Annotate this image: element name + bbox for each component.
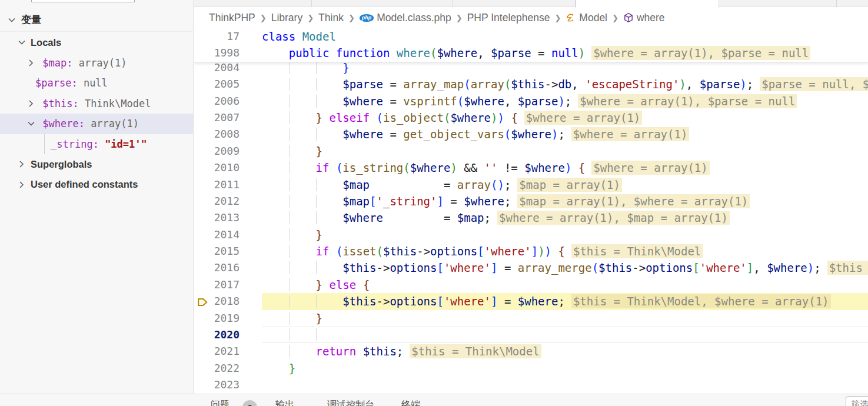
editor-tab[interactable] <box>194 0 312 7</box>
variable-row[interactable]: $where: array(1) <box>0 114 193 134</box>
editor-tab[interactable] <box>312 0 453 7</box>
code-line-2006[interactable]: 2006 $where = vsprintf($where, $parse);$… <box>194 93 868 109</box>
breadcrumb-item-php-intelephense[interactable]: PHP Intelephense <box>467 12 550 24</box>
editor-tab-strip[interactable] <box>194 0 868 7</box>
inline-debug-value: $this = Think\Model <box>410 344 541 358</box>
chevron-right-icon[interactable] <box>16 159 27 169</box>
chevron-down-icon[interactable] <box>26 118 36 129</box>
chevron-down-icon[interactable] <box>16 37 27 48</box>
class-icon <box>566 12 576 23</box>
inline-debug-value: $where = array(1), $parse = null <box>578 94 797 108</box>
code-editor[interactable]: ThinkPHP❯Library❯Think❯phpModel.class.ph… <box>194 0 868 394</box>
line-number: 2017 <box>194 277 262 293</box>
code-line-2005[interactable]: 2005 $parse = array_map(array($this->db,… <box>194 76 868 92</box>
code-line-2013[interactable]: 2013 $where = $map;$where = array(1), $m… <box>194 209 868 226</box>
variable-row[interactable]: $this: Think\Model <box>0 94 193 114</box>
vscode-debug-window: 变量 Locals $map: array(1)$parse: null $th… <box>0 0 868 406</box>
inline-debug-value: $this = Think\Model, $where = array(1) <box>827 261 868 275</box>
code-text: $where = $map;$where = array(1), $map = … <box>262 209 868 226</box>
code-line-2023[interactable]: 2023 <box>194 377 868 393</box>
code-text: if (isset($this->options['where'])) {$th… <box>262 243 868 259</box>
variable-row[interactable]: _string: "id=1'" <box>0 134 193 155</box>
line-number: 2023 <box>194 377 262 393</box>
line-number: 2016 <box>194 259 262 276</box>
variables-section-header[interactable]: 变量 <box>0 8 193 32</box>
panel-tab-终端[interactable]: 终端 <box>401 399 420 406</box>
code-line-17[interactable]: 17class Model <box>194 28 868 45</box>
code-line-2014[interactable]: 2014 } <box>194 227 868 243</box>
code-line-2021[interactable]: 2021 return $this;$this = Think\Model <box>194 343 868 360</box>
variable-name: $where: <box>36 118 85 129</box>
editor-tab[interactable] <box>837 0 867 7</box>
line-number: 2011 <box>194 177 262 193</box>
code-line-2017[interactable]: 2017 } else { <box>194 277 868 293</box>
chevron-right-icon[interactable] <box>26 98 36 109</box>
code-line-2011[interactable]: 2011 $map = array();$map = array(1) <box>194 177 868 193</box>
breadcrumb-item-model-class-php[interactable]: phpModel.class.php <box>360 12 451 24</box>
panel-tab-调试控制台[interactable]: 调试控制台 <box>327 399 374 406</box>
inline-debug-value: $map = array(1) <box>517 178 622 192</box>
inline-debug-value: $where = array(1) <box>571 127 689 141</box>
debug-toolbar-remnant <box>31 0 135 2</box>
breadcrumb-item-thinkphp[interactable]: ThinkPHP <box>209 12 255 24</box>
variables-tree: Locals $map: array(1)$parse: null $this:… <box>0 32 193 195</box>
breadcrumb-separator-icon: ❯ <box>260 14 267 22</box>
code-text: public function where($where, $parse = n… <box>262 45 868 61</box>
variable-row[interactable]: $parse: null <box>0 73 193 94</box>
breadcrumb-label: Model <box>579 12 607 24</box>
breadcrumb-separator-icon: ❯ <box>456 14 463 22</box>
sidebar-scope-user-defined-constants[interactable]: User defined constants <box>0 175 193 195</box>
code-text <box>262 377 868 393</box>
variable-name: $parse: <box>35 77 78 89</box>
code-line-2015[interactable]: 2015 if (isset($this->options['where']))… <box>194 243 868 259</box>
sidebar-scope-locals[interactable]: Locals <box>0 32 193 53</box>
sidebar-scope-superglobals[interactable]: Superglobals <box>0 154 193 175</box>
line-number: 17 <box>194 28 262 45</box>
breadcrumb-item-model[interactable]: Model <box>566 12 607 24</box>
panel-tab-问题[interactable]: 问题 <box>211 399 230 406</box>
problems-count-badge: 2 <box>242 400 257 406</box>
code-line-2010[interactable]: 2010 if (is_string($where) && '' != $whe… <box>194 159 868 176</box>
inline-debug-value: $this = Think\Model, $where = array(1) <box>571 294 831 308</box>
variable-value: Think\Model <box>79 98 151 109</box>
chevron-right-icon[interactable] <box>16 179 27 190</box>
panel-tab-输出[interactable]: 输出 <box>275 399 294 406</box>
line-number: 2022 <box>194 360 262 377</box>
code-text: } else { <box>262 277 868 293</box>
code-text: class Model <box>262 28 868 45</box>
method-icon <box>623 12 634 23</box>
code-text: } elseif (is_object($where)) {$where = a… <box>262 109 868 126</box>
breadcrumb-separator-icon: ❯ <box>554 14 561 22</box>
code-line-2016[interactable]: 2016 $this->options['where'] = array_mer… <box>194 259 868 276</box>
code-line-2019[interactable]: 2019 } <box>194 310 868 327</box>
editor-tab[interactable] <box>719 0 837 7</box>
inline-debug-value: $where = array(1) <box>524 111 642 125</box>
chevron-right-icon[interactable] <box>26 58 36 68</box>
code-line-1998[interactable]: 1998 public function where($where, $pars… <box>194 45 868 61</box>
line-number: 2015 <box>194 243 262 259</box>
scope-label: User defined constants <box>31 179 138 190</box>
line-number: 2005 <box>194 76 262 92</box>
code-line-2008[interactable]: 2008 $where = get_object_vars($where);$w… <box>194 126 868 142</box>
code-text: $where = get_object_vars($where);$where … <box>262 126 868 142</box>
line-number: 2012 <box>194 193 262 209</box>
variable-row[interactable]: $map: array(1) <box>0 53 193 74</box>
code-line-2007[interactable]: 2007 } elseif (is_object($where)) {$wher… <box>194 109 868 126</box>
variable-value: null <box>78 77 108 89</box>
code-line-2009[interactable]: 2009 } <box>194 143 868 159</box>
panel-filter-input[interactable]: 筛选 <box>846 396 868 406</box>
code-line-2022[interactable]: 2022 } <box>194 360 868 377</box>
code-lines-container[interactable]: 2004 }2005 $parse = array_map(array($thi… <box>194 59 868 394</box>
line-number: 2014 <box>194 227 262 243</box>
sticky-scroll[interactable]: 17class Model1998 public function where(… <box>194 28 868 62</box>
chevron-down-icon <box>6 15 17 25</box>
code-text: } <box>262 143 868 159</box>
breadcrumb-item-library[interactable]: Library <box>271 12 303 24</box>
code-line-2018[interactable]: 2018 $this->options['where'] = $where;$t… <box>194 293 868 310</box>
code-line-2020[interactable]: 2020 <box>194 327 868 343</box>
variable-value: array(1) <box>72 57 127 69</box>
editor-tab[interactable] <box>453 0 576 7</box>
breadcrumb-item-where[interactable]: where <box>623 12 665 24</box>
breadcrumb-item-think[interactable]: Think <box>318 12 344 24</box>
code-line-2012[interactable]: 2012 $map['_string'] = $where;$map = arr… <box>194 193 868 209</box>
